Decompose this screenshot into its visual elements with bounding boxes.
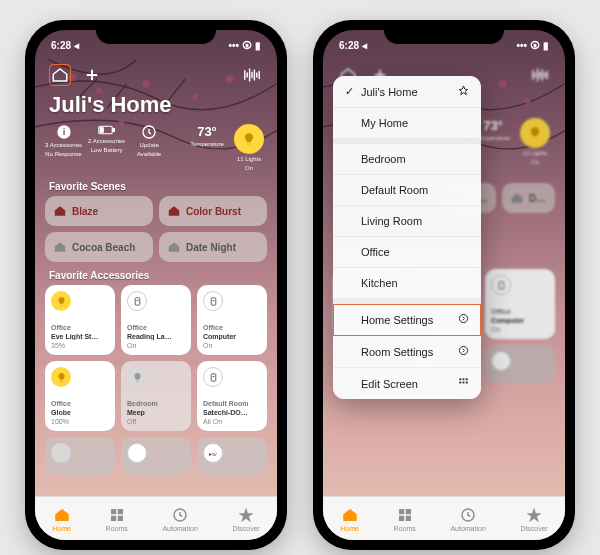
- switch-icon: [127, 443, 147, 463]
- svg-rect-14: [211, 298, 216, 305]
- svg-rect-37: [399, 515, 404, 520]
- time: 6:28 ◂: [339, 40, 367, 51]
- home-dropdown-menu: ✓Juli's Home My Home Bedroom Default Roo…: [333, 76, 481, 399]
- switch-icon: [203, 291, 223, 311]
- scenes-label: Favorite Scenes: [35, 179, 277, 196]
- acc-office-globe[interactable]: OfficeGlobe100%: [45, 361, 115, 431]
- check-icon: ✓: [345, 85, 355, 98]
- acc-extra-2[interactable]: [121, 437, 191, 475]
- add-button[interactable]: [81, 64, 103, 86]
- content: Juli's Home i 3 Accessories No Response …: [35, 30, 277, 496]
- tab-discover[interactable]: Discover: [520, 506, 547, 532]
- bulb-icon: [51, 443, 71, 463]
- status-temperature[interactable]: 73° Temperature: [189, 124, 225, 148]
- svg-rect-18: [111, 509, 116, 514]
- svg-rect-21: [117, 515, 122, 520]
- bulb-icon: [234, 124, 264, 154]
- menu-home-my[interactable]: My Home: [333, 108, 481, 139]
- home-menu-button[interactable]: [49, 64, 71, 86]
- accessories-label: Favorite Accessories: [35, 268, 277, 285]
- screen-left: 6:28 ◂ ••• ⦿ ▮ Juli's Home i 3 Accessori…: [35, 30, 277, 540]
- status-row: i 3 Accessories No Response 2 Accessorie…: [35, 124, 277, 179]
- status-no-response[interactable]: i 3 Accessories No Response: [45, 124, 82, 157]
- phone-right: 6:28 ◂ ••• ⦿ ▮ 73°Temperature 11 LightsO…: [313, 20, 575, 550]
- svg-rect-20: [111, 515, 116, 520]
- menu-room-bedroom[interactable]: Bedroom: [333, 144, 481, 175]
- battery-icon: ▮: [255, 40, 261, 51]
- scene-blaze[interactable]: Blaze: [45, 196, 153, 226]
- menu-room-settings[interactable]: Room Settings: [333, 336, 481, 368]
- wifi-icon: ⦿: [530, 40, 540, 51]
- svg-rect-36: [405, 509, 410, 514]
- accessories-row-3: ▸tv: [35, 431, 277, 475]
- scene-cocoa-beach[interactable]: Cocoa Beach: [45, 232, 153, 262]
- broadcast-button[interactable]: [241, 64, 263, 86]
- svg-rect-31: [466, 378, 468, 380]
- status-low-battery[interactable]: 2 Accessories Low Battery: [88, 124, 125, 153]
- tv-icon: [491, 351, 511, 371]
- svg-rect-30: [463, 378, 465, 380]
- switch-icon: [491, 275, 511, 295]
- scene-color-burst[interactable]: Color Burst: [159, 196, 267, 226]
- svg-rect-19: [117, 509, 122, 514]
- tv-icon: ▸tv: [203, 443, 223, 463]
- scene-date-night[interactable]: Date Night: [502, 183, 555, 213]
- signal-icon: •••: [516, 40, 527, 51]
- menu-home-julis[interactable]: ✓Juli's Home: [333, 76, 481, 108]
- tab-automation[interactable]: Automation: [450, 506, 485, 532]
- scene-date-night[interactable]: Date Night: [159, 232, 267, 262]
- acc-extra-3[interactable]: [485, 345, 555, 383]
- acc-extra-1[interactable]: [45, 437, 115, 475]
- acc-office-computer[interactable]: OfficeComputerOn: [197, 285, 267, 355]
- notch: [96, 20, 216, 44]
- chevron-right-icon: [458, 345, 469, 358]
- svg-rect-35: [399, 509, 404, 514]
- menu-room-default[interactable]: Default Room: [333, 175, 481, 206]
- svg-point-28: [459, 346, 467, 354]
- menu-edit-screen[interactable]: Edit Screen: [333, 368, 481, 399]
- bulb-icon: [51, 291, 71, 311]
- acc-office-computer[interactable]: OfficeComputerOn: [485, 269, 555, 339]
- svg-rect-34: [466, 382, 468, 384]
- switch-icon: [203, 367, 223, 387]
- tab-rooms[interactable]: Rooms: [394, 506, 416, 532]
- wifi-icon: ⦿: [242, 40, 252, 51]
- menu-room-living[interactable]: Living Room: [333, 206, 481, 237]
- svg-point-27: [459, 314, 467, 322]
- tab-rooms[interactable]: Rooms: [106, 506, 128, 532]
- svg-rect-26: [499, 282, 504, 289]
- signal-icon: •••: [228, 40, 239, 51]
- acc-office-reading-lamp[interactable]: OfficeReading La…On: [121, 285, 191, 355]
- notch: [384, 20, 504, 44]
- acc-bedroom-meep[interactable]: BedroomMeepOff: [121, 361, 191, 431]
- screen-right: 6:28 ◂ ••• ⦿ ▮ 73°Temperature 11 LightsO…: [323, 30, 565, 540]
- status-lights-on[interactable]: 11 Lights On: [231, 124, 267, 171]
- acc-extra-3[interactable]: ▸tv: [197, 437, 267, 475]
- acc-office-eve-light[interactable]: OfficeEve Light St…35%: [45, 285, 115, 355]
- accessories-grid: OfficeEve Light St…35% OfficeReading La……: [35, 285, 277, 431]
- tab-automation[interactable]: Automation: [162, 506, 197, 532]
- menu-room-kitchen[interactable]: Kitchen: [333, 268, 481, 299]
- svg-rect-10: [100, 128, 103, 133]
- pin-icon: [458, 85, 469, 98]
- tab-bar: Home Rooms Automation Discover: [35, 496, 277, 540]
- acc-default-satechi[interactable]: Default RoomSatechi-DO…All On: [197, 361, 267, 431]
- chevron-right-icon: [458, 313, 469, 326]
- svg-rect-38: [405, 515, 410, 520]
- tab-home[interactable]: Home: [340, 506, 359, 532]
- home-title: Juli's Home: [35, 92, 277, 124]
- svg-rect-33: [463, 382, 465, 384]
- status-update[interactable]: Update Available: [131, 124, 167, 157]
- tab-home[interactable]: Home: [52, 506, 71, 532]
- menu-home-settings[interactable]: Home Settings: [333, 304, 481, 336]
- menu-room-office[interactable]: Office: [333, 237, 481, 268]
- broadcast-button[interactable]: [529, 64, 551, 86]
- svg-rect-12: [135, 298, 140, 305]
- time: 6:28 ◂: [51, 40, 79, 51]
- grid-icon: [458, 377, 469, 390]
- bulb-icon: [51, 367, 71, 387]
- tab-bar: Home Rooms Automation Discover: [323, 496, 565, 540]
- phone-left: 6:28 ◂ ••• ⦿ ▮ Juli's Home i 3 Accessori…: [25, 20, 287, 550]
- tab-discover[interactable]: Discover: [232, 506, 259, 532]
- status-lights-on[interactable]: 11 LightsOn: [517, 118, 553, 165]
